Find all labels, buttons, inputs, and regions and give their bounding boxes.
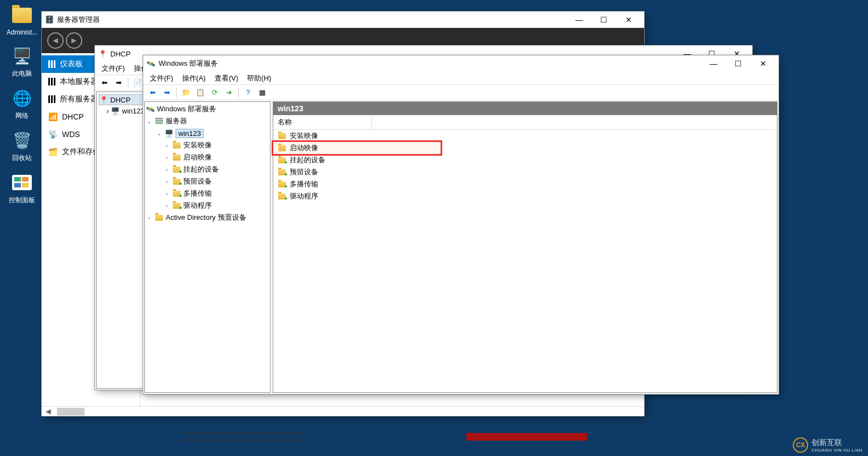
wds-tree: 🛰️ Windows 部署服务 ⌄ 服务器 ⌄ 🖥️ win123 › 安装映像… (144, 101, 270, 393)
window-title: 服务器管理器 (57, 15, 100, 25)
tree-node-child[interactable]: › 驱动程序 (146, 200, 269, 212)
titlebar[interactable]: 🛰️ Windows 部署服务 — ☐ ✕ (143, 55, 779, 72)
refresh-button[interactable]: ⟳ (208, 87, 221, 99)
list-item-label: 安装映像 (290, 131, 318, 141)
scrollbar-thumb[interactable] (57, 408, 84, 415)
column-header-name[interactable]: 名称 (273, 115, 372, 129)
expand-icon[interactable]: › (164, 155, 170, 161)
close-button[interactable]: ✕ (751, 56, 775, 71)
close-button[interactable]: ✕ (616, 12, 641, 27)
titlebar[interactable]: 🗄️ 服务器管理器 — ☐ ✕ (42, 12, 644, 28)
export-button[interactable]: ➜ (223, 87, 235, 99)
menu-file[interactable]: 文件(F) (98, 62, 128, 75)
properties-button[interactable]: ▦ (256, 87, 268, 99)
list-item[interactable]: 预留设备 (273, 166, 777, 178)
folder-up-button[interactable]: 📁 (180, 87, 192, 99)
maximize-button[interactable]: ☐ (726, 56, 751, 71)
menu-help[interactable]: 帮助(H) (244, 72, 274, 84)
maximize-button[interactable]: ☐ (591, 12, 616, 27)
folder-icon (278, 168, 286, 176)
folder-icon (172, 141, 181, 150)
desktop: Administ... 🖥️ 此电脑 🌐 网络 🗑️ 回收站 控制面板 (0, 0, 44, 209)
tree-node-label: 驱动程序 (183, 201, 212, 210)
dhcp-icon: 📍 (99, 95, 108, 104)
minimize-button[interactable]: — (567, 12, 591, 27)
menu-action[interactable]: 操作(A) (179, 72, 209, 84)
tree-node-child[interactable]: › 多播传输 (146, 187, 269, 200)
server-manager-icon: 🗄️ (45, 15, 54, 24)
forward-button[interactable]: ► (66, 32, 82, 49)
wds-icon: 🛰️ (146, 105, 155, 113)
desktop-icon-recycle-bin[interactable]: 🗑️ 回收站 (0, 125, 44, 167)
desktop-icon-label: Administ... (2, 29, 42, 36)
tree-node-servers[interactable]: ⌄ 服务器 (146, 115, 269, 127)
list-view-button[interactable]: 📋 (194, 87, 206, 99)
tree-node-label: 启动映像 (183, 152, 212, 162)
folder-icon (278, 144, 286, 152)
expand-icon[interactable]: › (164, 203, 170, 209)
folder-icon (278, 156, 286, 164)
up-button[interactable]: 📄 (132, 77, 144, 89)
list-item-label: 挂起的设备 (290, 155, 325, 165)
desktop-icon-user-folder[interactable]: Administ... (0, 0, 44, 41)
forward-button[interactable]: ➡ (112, 77, 125, 89)
tree-node-label: 多播传输 (183, 189, 212, 198)
tree-node-host[interactable]: ⌄ 🖥️ win123 (146, 127, 269, 139)
list-item[interactable]: 安装映像 (273, 130, 777, 142)
back-button[interactable]: ◄ (47, 32, 64, 49)
tree-node-child[interactable]: › 安装映像 (146, 139, 269, 151)
dashboard-icon (48, 60, 55, 68)
back-button[interactable]: ⬅ (98, 77, 110, 89)
storage-icon: 🗂️ (48, 147, 58, 156)
list-item-label: 多播传输 (290, 179, 318, 189)
horizontal-scrollbar[interactable]: ◄ (42, 406, 644, 416)
menu-bar: 文件(F) 操作(A) 查看(V) 帮助(H) (143, 72, 779, 85)
folder-icon (172, 165, 181, 174)
dhcp-icon: 📶 (48, 112, 58, 121)
desktop-icon-network[interactable]: 🌐 网络 (0, 83, 44, 125)
folder-icon (172, 189, 181, 198)
menu-view[interactable]: 查看(V) (211, 72, 241, 84)
list-item[interactable]: 启动映像 (273, 142, 441, 154)
list-item[interactable]: 驱动程序 (273, 190, 777, 202)
collapse-icon[interactable]: ⌄ (156, 130, 162, 136)
tree-node-label: 预留设备 (183, 176, 212, 186)
tree-node-child[interactable]: › 挂起的设备 (146, 163, 269, 175)
computer-icon: 🖥️ (11, 45, 33, 67)
desktop-icon-this-pc[interactable]: 🖥️ 此电脑 (0, 41, 44, 83)
tree-node-child[interactable]: › 预留设备 (146, 175, 269, 187)
tree-node-child[interactable]: › 启动映像 (146, 151, 269, 163)
list-item[interactable]: 挂起的设备 (273, 154, 777, 166)
folder-icon (155, 213, 164, 222)
collapse-icon[interactable]: ⌄ (146, 118, 153, 124)
window-title: Windows 部署服务 (159, 59, 218, 69)
forward-button[interactable]: ➡ (161, 87, 173, 99)
expand-icon[interactable]: › (164, 167, 170, 173)
menu-file[interactable]: 文件(F) (146, 72, 177, 84)
pane-header: win123 (273, 102, 777, 115)
server-icon (48, 78, 55, 86)
recycle-bin-icon: 🗑️ (11, 129, 33, 151)
column-headers: 名称 (273, 115, 777, 130)
window-title: DHCP (110, 50, 131, 58)
minimize-button[interactable]: — (701, 56, 726, 71)
expand-icon[interactable]: › (146, 215, 153, 221)
tree-node-ad-devices[interactable]: › Active Directory 预置设备 (146, 212, 269, 224)
list-item[interactable]: 多播传输 (273, 178, 777, 190)
tree-node-wds-root[interactable]: 🛰️ Windows 部署服务 (146, 103, 269, 115)
expand-icon[interactable]: › (164, 142, 170, 149)
folder-icon (278, 180, 286, 189)
wds-content-pane: win123 名称 安装映像 启动映像 挂起的设备 预留设备 多播传输 驱动程序 (273, 101, 777, 393)
watermark-logo-icon: CX (793, 437, 808, 453)
help-button[interactable]: ? (242, 87, 254, 99)
expand-icon[interactable]: › (164, 191, 170, 197)
desktop-icon-label: 控制面板 (2, 196, 42, 205)
folder-icon (12, 8, 32, 23)
back-button[interactable]: ⬅ (146, 87, 159, 99)
tree-node-label: 挂起的设备 (183, 164, 219, 174)
expand-icon[interactable]: › (164, 179, 170, 185)
desktop-icon-control-panel[interactable]: 控制面板 (0, 167, 44, 209)
folder-icon (278, 192, 286, 201)
control-panel-icon (11, 172, 33, 193)
folder-icon (278, 132, 286, 140)
